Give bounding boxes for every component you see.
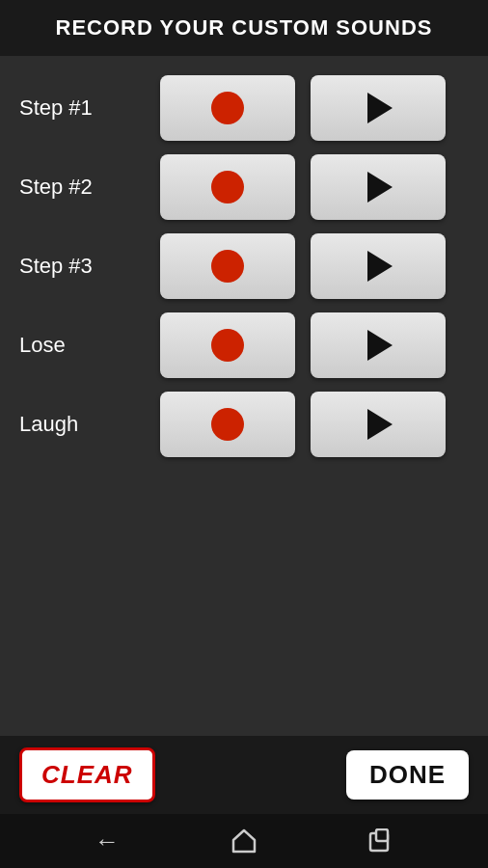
play-icon-step3	[367, 251, 393, 282]
app-header: RECORD YOUR CUSTOM SOUNDS	[0, 0, 488, 56]
recents-icon	[368, 828, 393, 854]
record-button-step2[interactable]	[160, 154, 295, 220]
done-button-label: DONE	[369, 760, 446, 789]
recents-button[interactable]	[368, 828, 393, 854]
record-icon-laugh	[211, 408, 244, 441]
sound-label-lose: Lose	[19, 333, 145, 358]
play-button-step1[interactable]	[311, 75, 446, 141]
play-icon-laugh	[367, 409, 393, 440]
play-button-step3[interactable]	[311, 233, 446, 299]
play-button-laugh[interactable]	[311, 392, 446, 457]
clear-button-label: CLEAR	[41, 760, 133, 789]
home-icon	[231, 828, 257, 854]
clear-button[interactable]: CLEAR	[19, 747, 155, 802]
play-icon-step1	[367, 93, 393, 123]
done-button[interactable]: DONE	[346, 750, 469, 800]
record-button-laugh[interactable]	[160, 392, 295, 457]
sound-row-step1: Step #1	[19, 75, 469, 141]
back-button[interactable]: ←	[95, 827, 120, 856]
page-title: RECORD YOUR CUSTOM SOUNDS	[56, 15, 433, 40]
record-icon-step1	[211, 92, 244, 124]
navigation-bar: ←	[0, 814, 488, 868]
svg-rect-2	[376, 829, 388, 841]
record-button-step1[interactable]	[160, 75, 295, 141]
play-button-step2[interactable]	[311, 154, 446, 220]
record-icon-step3	[211, 250, 244, 283]
sound-label-step2: Step #2	[19, 175, 145, 200]
record-icon-step2	[211, 171, 244, 203]
play-icon-lose	[367, 330, 393, 361]
record-button-lose[interactable]	[160, 312, 295, 378]
svg-marker-0	[233, 830, 255, 852]
sounds-list: Step #1 Step #2 Step #3 Lose	[0, 56, 488, 736]
play-button-lose[interactable]	[311, 312, 446, 378]
sound-row-step2: Step #2	[19, 154, 469, 220]
sound-label-step3: Step #3	[19, 254, 145, 279]
play-icon-step2	[367, 172, 393, 203]
sound-row-laugh: Laugh	[19, 392, 469, 457]
back-icon: ←	[95, 827, 120, 856]
sound-row-lose: Lose	[19, 312, 469, 378]
record-icon-lose	[211, 329, 244, 362]
sound-label-laugh: Laugh	[19, 412, 145, 437]
sound-label-step1: Step #1	[19, 95, 145, 121]
home-button[interactable]	[231, 828, 257, 854]
sound-row-step3: Step #3	[19, 233, 469, 299]
footer: CLEAR DONE	[0, 736, 488, 814]
record-button-step3[interactable]	[160, 233, 295, 299]
